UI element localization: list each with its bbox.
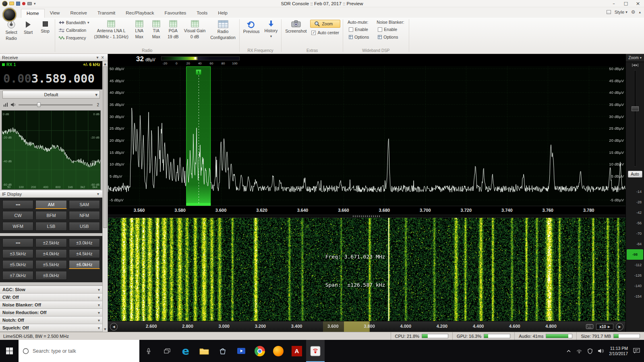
collapse-ribbon-icon[interactable] <box>639 10 641 14</box>
bandwidth-button[interactable]: ±3.5kHz <box>2 249 33 258</box>
stop-button[interactable]: Stop <box>37 19 53 35</box>
calibration-button[interactable]: Calibration <box>58 27 91 33</box>
close-icon[interactable] <box>100 55 106 60</box>
taskbar-acrobat[interactable] <box>288 340 306 362</box>
maximize-button[interactable] <box>620 0 632 7</box>
select-radio-button[interactable]: Select Radio <box>3 19 19 42</box>
level-scale-value[interactable]: -84 <box>626 239 644 249</box>
frequency-button[interactable]: Frequency <box>58 35 91 41</box>
bandwidth-button[interactable]: ±4.5kHz <box>69 249 100 258</box>
zoom-slider[interactable] <box>626 68 644 168</box>
ribbon-tab[interactable]: Favourites <box>159 9 192 18</box>
setting-row[interactable]: Noise Reduction: Off <box>0 309 102 316</box>
taskbar-chrome[interactable] <box>251 340 269 362</box>
bandwidth-button[interactable]: ±4.0kHz <box>35 249 66 258</box>
history-button[interactable]: History <box>263 19 280 39</box>
bandwidth-button[interactable]: ±6.0kHz <box>69 260 100 269</box>
profile-dropdown[interactable]: Default <box>2 91 100 99</box>
level-scale-value[interactable]: -56 <box>626 218 644 228</box>
bandwidth-button[interactable]: Bandwidth <box>58 20 91 25</box>
taskbar-edge[interactable] <box>176 340 195 362</box>
settings-gear-icon[interactable] <box>631 9 636 15</box>
taskbar-search[interactable]: Search: type or talk <box>19 340 139 362</box>
mode-button[interactable]: BFM <box>35 211 66 220</box>
layout-icon[interactable] <box>607 10 611 14</box>
taskbar-sdr-console[interactable] <box>306 340 325 362</box>
action-center-icon[interactable] <box>633 348 640 354</box>
bandwidth-button[interactable]: ±7.0kHz <box>2 271 33 280</box>
zoom-step-increase-icon[interactable] <box>608 325 610 329</box>
level-scale-value[interactable]: -70 <box>626 228 644 239</box>
auto-mute-enable-checkbox[interactable] <box>349 27 353 32</box>
auto-center-checkbox[interactable] <box>311 31 316 35</box>
chevron-down-icon[interactable] <box>95 55 100 60</box>
tia-button[interactable]: TIA Max <box>148 19 164 40</box>
scrollbar-track[interactable] <box>103 66 108 327</box>
mode-button[interactable]: CW <box>2 211 33 220</box>
taskbar-clock[interactable]: 11:13 PM 2/10/2017 <box>609 346 628 356</box>
network-icon[interactable] <box>576 349 582 354</box>
bandwidth-button[interactable]: ±5.0kHz <box>2 260 33 269</box>
volume-slider-thumb[interactable] <box>37 102 41 107</box>
record-icon[interactable] <box>22 2 25 5</box>
mode-button[interactable]: LSB <box>35 222 66 231</box>
auto-mute-enable-row[interactable]: Enable <box>348 27 370 32</box>
mode-button[interactable]: WFM <box>2 222 33 231</box>
chevron-down-icon[interactable] <box>96 192 100 196</box>
zoom-toggle-button[interactable]: Zoom <box>310 20 340 28</box>
radio-configuration-button[interactable]: Radio Configuration <box>208 19 237 41</box>
taskbar-store[interactable] <box>213 340 232 362</box>
close-button[interactable] <box>632 0 644 7</box>
zoom-step-control[interactable]: x10 <box>596 324 613 330</box>
bandwidth-button[interactable]: ••• <box>2 238 33 247</box>
palette-marker[interactable] <box>195 57 197 59</box>
level-scale-value[interactable]: -98 <box>627 249 643 260</box>
pga-button[interactable]: PGA 19 dB <box>165 19 181 40</box>
level-scale-value[interactable]: -28 <box>626 197 644 207</box>
application-menu-orb[interactable] <box>3 8 16 21</box>
scrollbar-thumb[interactable] <box>103 66 107 228</box>
save-icon[interactable] <box>16 2 20 6</box>
setting-row[interactable]: Squelch: Off <box>0 324 102 332</box>
level-scale-value[interactable]: -14 <box>626 186 644 197</box>
scroll-right-button[interactable] <box>616 323 623 331</box>
noise-blanker-enable-row[interactable]: Enable <box>377 27 404 32</box>
scroll-up-icon[interactable]: ▲ <box>103 61 108 66</box>
setting-row[interactable]: Noise Blanker: Off <box>0 301 102 309</box>
ribbon-tab[interactable]: Rec/Playback <box>120 9 159 18</box>
level-scale-value[interactable]: -154 <box>626 291 644 302</box>
scroll-down-icon[interactable]: ▼ <box>103 327 108 332</box>
panel-scrollbar[interactable]: ▲ ▼ <box>102 61 108 332</box>
noise-blanker-options-button[interactable]: Options <box>377 34 404 40</box>
screenshot-quick-icon[interactable] <box>27 2 32 5</box>
bandwidth-button[interactable]: ±8.0kHz <box>35 271 66 280</box>
auto-range-button[interactable]: Auto <box>628 171 642 178</box>
visual-gain-button[interactable]: Visual Gain 0 dB <box>182 19 208 40</box>
auto-center-checkbox-row[interactable]: Auto center <box>310 30 340 35</box>
bandwidth-button[interactable]: ±2.5kHz <box>35 238 66 247</box>
zoom-menu-button[interactable]: Zoom <box>626 54 644 62</box>
start-button[interactable] <box>0 340 19 362</box>
open-file-icon[interactable] <box>9 2 14 5</box>
bandwidth-button[interactable]: ±5.5kHz <box>35 260 66 269</box>
equalizer-icon[interactable] <box>3 102 8 107</box>
mode-button[interactable]: SAM <box>69 200 100 209</box>
zoom-slider-handle[interactable] <box>632 106 639 111</box>
level-scale-value[interactable]: -42 <box>626 207 644 218</box>
volume-icon[interactable] <box>598 348 604 354</box>
volume-slider[interactable] <box>19 102 93 108</box>
show-hidden-icons-chevron[interactable] <box>567 350 571 352</box>
setting-row[interactable]: AGC: Slow <box>0 286 102 294</box>
tuning-step-label[interactable]: +/- 6 kHz <box>83 62 100 67</box>
speaker-icon[interactable] <box>10 102 16 107</box>
level-scale-value[interactable]: -112 <box>626 260 644 270</box>
qat-customize-icon[interactable] <box>34 2 36 6</box>
ribbon-tab[interactable]: View <box>45 9 65 18</box>
waterfall[interactable]: Freq: 3.671.023 MHz Span: ±126.587 kHz <box>108 218 625 321</box>
screenshot-button[interactable]: Screenshot <box>283 19 309 35</box>
ribbon-tab[interactable]: Help <box>213 9 233 18</box>
ribbon-tab[interactable]: Home <box>21 9 45 18</box>
style-button[interactable]: Style <box>615 10 627 14</box>
previous-button[interactable]: Previous <box>241 19 262 35</box>
setting-row[interactable]: Notch: Off <box>0 316 102 324</box>
